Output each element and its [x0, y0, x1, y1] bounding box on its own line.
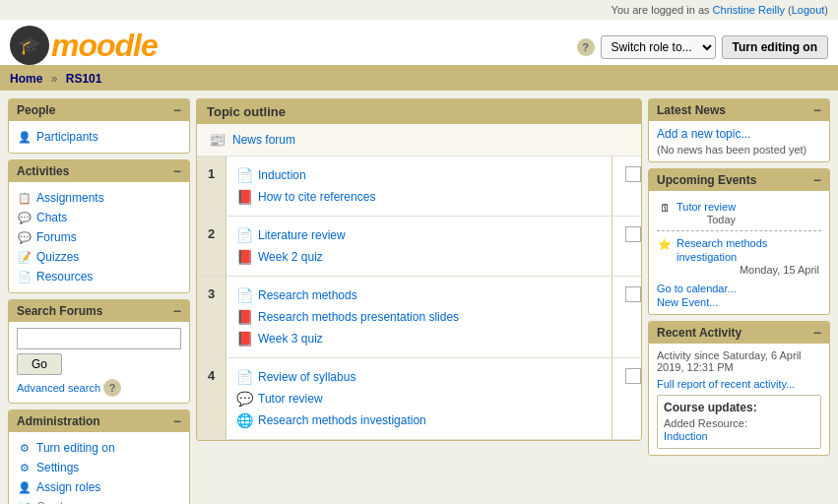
topic-item: 📕 Week 3 quiz: [236, 328, 602, 349]
main-content: Topic outline 📰 News forum 1 📄 Induction…: [196, 98, 642, 441]
people-collapse-btn[interactable]: −: [173, 103, 181, 117]
assign-roles-link[interactable]: 👤 Assign roles: [17, 479, 181, 495]
people-block-content: 👤 Participants: [9, 121, 189, 153]
search-forums-block: Search Forums − Go Advanced search ?: [8, 299, 190, 404]
no-news-text: (No news has been posted yet): [657, 144, 821, 156]
recent-activity-title: Recent Activity: [657, 326, 741, 340]
quizzes-link[interactable]: 📝 Quizzes: [17, 249, 181, 265]
topic-section-4: 4 📄 Review of syllabus 💬 Tutor review 🌐 …: [197, 358, 641, 440]
help-icon[interactable]: ?: [577, 38, 595, 56]
topic-item: 💬 Tutor review: [236, 388, 602, 410]
add-topic-link[interactable]: Add a new topic...: [657, 127, 750, 141]
activities-collapse-btn[interactable]: −: [173, 164, 181, 178]
search-input[interactable]: [17, 328, 181, 349]
topic-checkbox[interactable]: [625, 286, 641, 302]
upcoming-events-collapse-btn[interactable]: −: [813, 173, 821, 187]
assignments-link[interactable]: 📋 Assignments: [17, 190, 181, 206]
list-item: 👤 Assign roles: [17, 477, 181, 497]
switch-role-select[interactable]: Switch role to...: [601, 35, 716, 59]
turn-editing-link[interactable]: ⚙ Turn editing on: [17, 440, 181, 456]
upcoming-events-content: 🗓 Tutor review Today ⭐ Research methods …: [649, 191, 829, 314]
topic-num-4: 4: [197, 358, 226, 439]
section-title: Topic outline: [207, 104, 286, 119]
full-report-link[interactable]: Full report of recent activity...: [657, 378, 795, 390]
course-updates-box: Course updates: Added Resource: Inductio…: [657, 395, 821, 449]
upcoming-events-block: Upcoming Events − 🗓 Tutor review Today ⭐…: [648, 168, 830, 315]
go-to-calendar-link[interactable]: Go to calendar...: [657, 283, 821, 294]
review-syllabus-link[interactable]: Review of syllabus: [258, 370, 355, 384]
how-to-cite-link[interactable]: How to cite references: [258, 190, 375, 204]
tutor-review-event-link[interactable]: Tutor review: [677, 201, 736, 213]
top-bar: You are logged in as Christine Reilly (L…: [0, 0, 838, 20]
lit-review-link[interactable]: Literature review: [258, 228, 346, 242]
chats-link[interactable]: 💬 Chats: [17, 210, 181, 225]
topic-item: 📄 Induction: [236, 164, 602, 186]
topic-item: 📄 Literature review: [236, 224, 602, 246]
administration-block-header: Administration −: [9, 410, 189, 432]
advanced-search-link[interactable]: Advanced search: [17, 382, 100, 394]
nav-home-link[interactable]: Home: [10, 72, 42, 86]
event-date: Monday, 15 April: [677, 264, 821, 276]
topic-section-3: 3 📄 Research methods 📕 Research methods …: [197, 277, 641, 358]
assignments-icon: 📋: [17, 190, 32, 206]
participants-link[interactable]: 👤 Participants: [17, 129, 181, 145]
username-link[interactable]: Christine Reilly: [713, 4, 785, 16]
week3-quiz-link[interactable]: Week 3 quiz: [258, 332, 323, 346]
globe-icon: 🌐: [236, 412, 252, 428]
settings-link[interactable]: ⚙ Settings: [17, 460, 181, 475]
quizzes-icon: 📝: [17, 249, 32, 265]
research-investigation-link[interactable]: Research methods investigation: [258, 413, 426, 427]
doc-icon: 📄: [236, 227, 252, 243]
resources-link[interactable]: 📄 Resources: [17, 269, 181, 284]
research-slides-link[interactable]: Research methods presentation slides: [258, 310, 459, 324]
settings-icon: ⚙: [17, 460, 32, 475]
topic-checkbox-col: [612, 217, 641, 276]
recent-activity-collapse-btn[interactable]: −: [813, 326, 821, 340]
topic-body-4: 📄 Review of syllabus 💬 Tutor review 🌐 Re…: [226, 358, 612, 439]
course-updates-resource-link[interactable]: Induction: [664, 430, 708, 442]
event-icon-2: ⭐: [657, 236, 673, 252]
list-item: ⚙ Settings: [17, 458, 181, 477]
chat-icon: 💬: [236, 391, 252, 407]
administration-collapse-btn[interactable]: −: [173, 414, 181, 428]
week2-quiz-link[interactable]: Week 2 quiz: [258, 250, 323, 264]
grades-disabled: 📊 Grades: [17, 499, 181, 504]
people-block-header: People −: [9, 99, 189, 121]
topic-checkbox[interactable]: [625, 226, 641, 242]
recent-activity-block: Recent Activity − Activity since Saturda…: [648, 321, 830, 456]
doc-icon: 📄: [236, 287, 252, 303]
people-block: People − 👤 Participants: [8, 98, 190, 154]
tutor-review-link[interactable]: Tutor review: [258, 392, 323, 406]
search-help-icon[interactable]: ?: [103, 379, 121, 397]
latest-news-block: Latest News − Add a new topic... (No new…: [648, 98, 830, 162]
activities-block-content: 📋 Assignments 💬 Chats 💬 Forums: [9, 182, 189, 292]
topic-checkbox-col: [612, 157, 641, 216]
search-forums-collapse-btn[interactable]: −: [173, 304, 181, 318]
new-event-link[interactable]: New Event...: [657, 296, 821, 308]
list-item: 💬 Chats: [17, 208, 181, 227]
list-item: 👤 Participants: [17, 127, 181, 147]
research-methods-link[interactable]: Research methods: [258, 288, 357, 302]
latest-news-title: Latest News: [657, 103, 726, 117]
news-forum-icon: 📰: [209, 132, 225, 148]
nav-course-link[interactable]: RS101: [66, 72, 102, 86]
doc-icon: 📄: [236, 167, 252, 183]
topic-item: 📕 Research methods presentation slides: [236, 306, 602, 328]
header: 🎓 moodle ? Switch role to... Turn editin…: [0, 20, 838, 67]
research-investigation-event-link[interactable]: Research methods investigation: [677, 237, 767, 263]
forums-icon: 💬: [17, 229, 32, 245]
forums-link[interactable]: 💬 Forums: [17, 229, 181, 245]
go-button[interactable]: Go: [17, 353, 62, 375]
activity-since-text: Activity since Saturday, 6 April 2019, 1…: [657, 349, 821, 373]
logout-link[interactable]: Logout: [792, 4, 825, 16]
breadcrumb-sep: »: [51, 72, 58, 86]
topic-checkbox[interactable]: [625, 368, 641, 384]
induction-link[interactable]: Induction: [258, 168, 306, 182]
turn-editing-button[interactable]: Turn editing on: [722, 35, 828, 59]
topic-checkbox[interactable]: [625, 166, 641, 182]
turn-editing-icon: ⚙: [17, 440, 32, 456]
news-forum-link[interactable]: News forum: [232, 133, 295, 147]
latest-news-collapse-btn[interactable]: −: [813, 103, 821, 117]
topic-checkbox-col: [612, 358, 641, 439]
dotted-divider: [657, 230, 821, 231]
